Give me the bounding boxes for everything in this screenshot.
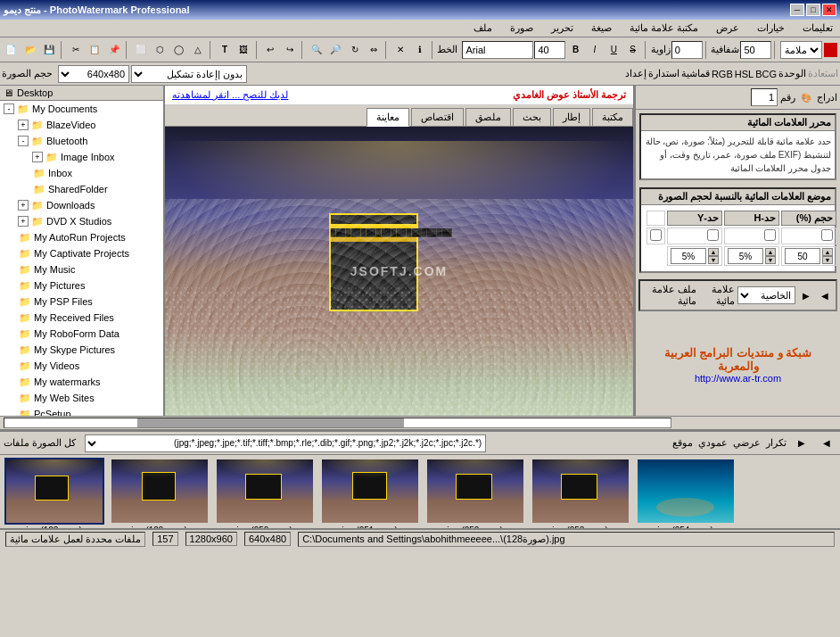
tree-item-myreceivedfiles[interactable]: 📁 My Received Files [0,310,163,326]
size-value-input[interactable] [785,248,820,264]
menu-view[interactable]: عرض [712,21,743,36]
cut-button[interactable]: ✂ [67,40,85,60]
shape1-button[interactable]: ⬜ [132,40,150,60]
shape4-button[interactable]: △ [189,40,207,60]
size-select[interactable]: 640x480 [58,65,129,83]
thumb-item-4[interactable]: (صورة252).jpg [424,458,526,528]
size-down-btn[interactable]: ▼ [822,256,833,264]
shape2-button[interactable]: ⬡ [151,40,169,60]
menu-image[interactable]: صورة [506,21,537,36]
tab-crop[interactable]: اقتصاص [411,108,464,126]
font-size-input[interactable] [534,41,565,59]
thumb-item-6[interactable]: (صورة254).jpg [634,458,737,528]
menu-file[interactable]: ملف [470,21,496,36]
tree-item-autorun[interactable]: 📁 My AutoRun Projects [0,229,163,245]
size-up-btn[interactable]: ▲ [822,248,833,256]
img-btn[interactable]: 🖼 [235,40,252,60]
tree-item-imageinbox[interactable]: + 📁 Image Inbox [0,149,163,165]
size-checkbox3[interactable] [707,229,719,241]
thumb-filter-select[interactable]: (*.jpg;*.jpeg;*.jpe;*.tif;*.tiff;*.bmp;*… [85,434,486,452]
tree-item-mymusic[interactable]: 📁 My Music [0,261,163,277]
menu-library[interactable]: مكتبة علامة مائية [626,21,702,36]
thumb-item-1[interactable]: (صورة129).jpg [108,458,210,528]
expand-imageinbox[interactable]: + [32,152,43,162]
tree-item-inbox[interactable]: 📁 Inbox [0,165,163,181]
hmax-up-btn[interactable]: ▲ [708,248,719,256]
thumb-item-2[interactable]: (صورة250).jpg [213,458,316,528]
thumb-nav-left[interactable]: ◀ [817,434,836,453]
tree-item-downloads[interactable]: + 📁 Downloads [0,197,163,213]
undo-button[interactable]: ↩ [261,40,279,60]
copy-button[interactable]: 📋 [86,40,103,60]
thumb-item-3[interactable]: (صورة251).jpg [318,458,421,528]
rotate-button[interactable]: ↻ [346,40,364,60]
expand-dvdx[interactable]: + [18,216,29,227]
underline-button[interactable]: U [605,40,622,60]
menu-format[interactable]: صيغة [588,21,615,36]
hmax-down-btn[interactable]: ▼ [708,256,719,264]
tree-item-blazevideo[interactable]: + 📁 BlazeVideo [0,117,163,133]
expand-bluetooth[interactable]: - [18,136,29,146]
tree-item-myvideos[interactable]: 📁 My Videos [0,358,163,374]
zoom-out-button[interactable]: 🔎 [326,40,344,60]
menu-edit[interactable]: تحرير [548,21,577,36]
wm-custom-select[interactable]: الخاصية [737,286,795,304]
vmax-up-btn[interactable]: ▲ [765,248,776,256]
tree-item-mypictures[interactable]: 📁 My Pictures [0,277,163,294]
text-button[interactable]: T [216,40,234,60]
vmax-input[interactable] [728,248,763,264]
tree-item-mywatermarks[interactable]: 📁 My watermarks [0,374,163,390]
transparency-input[interactable] [740,41,771,59]
tree-item-myroboform[interactable]: 📁 My RoboForm Data [0,326,163,342]
expand-blazevideo[interactable]: + [18,120,29,130]
new-button[interactable]: 📄 [2,40,20,60]
tree-item-mypsp[interactable]: 📁 My PSP Files [0,294,163,310]
tab-library[interactable]: مكتبة [592,108,633,126]
wm-file-btn2[interactable]: ▶ [798,285,814,305]
font-name-input[interactable] [462,41,533,59]
delete-button[interactable]: ✕ [391,40,409,60]
banner-link[interactable]: لديك للنصح ... انقر لمشاهدته [172,89,288,101]
save-button[interactable]: 💾 [40,40,58,60]
size-checkbox2[interactable] [764,229,776,241]
flip-button[interactable]: ⇔ [365,40,383,60]
tree-item-captivate[interactable]: 📁 My Captivate Projects [0,245,163,261]
strikethrough-button[interactable]: S [624,40,642,60]
color-swatch[interactable]: 🎨 [798,89,814,105]
zoom-in-button[interactable]: 🔍 [308,40,325,60]
minimize-button[interactable]: ─ [790,4,804,16]
info-button[interactable]: ℹ [410,40,428,60]
tab-sticker[interactable]: ملصق [465,108,511,126]
open-button[interactable]: 📂 [21,40,38,60]
tree-item-mywebsites[interactable]: 📁 My Web Sites [0,390,163,406]
tree-item-mydocs[interactable]: - 📁 My Documents [0,101,163,117]
thumb-nav-right[interactable]: ▶ [792,434,811,453]
size-checkbox4[interactable] [650,229,662,241]
hmax-input[interactable] [671,248,706,264]
size-checkbox1[interactable] [821,229,833,241]
maximize-button[interactable]: □ [806,4,820,16]
redo-button[interactable]: ↪ [281,40,299,60]
thumb-item-5[interactable]: (صورة253).jpg [529,458,631,528]
tag-select[interactable]: ملامة [780,41,822,59]
tab-preview[interactable]: معاينة [366,108,409,127]
paste-button[interactable]: 📌 [105,40,123,60]
close-button[interactable]: ✕ [822,4,836,16]
tree-item-bluetooth[interactable]: - 📁 Bluetooth [0,133,163,149]
menu-help[interactable]: تعليمات [799,21,836,36]
shape3-button[interactable]: ◯ [169,40,187,60]
tab-search[interactable]: بحث [513,108,551,126]
expand-downloads[interactable]: + [18,200,29,211]
tree-item-myskypepictures[interactable]: 📁 My Skype Pictures [0,342,163,358]
logo-url[interactable]: http://www.ar-tr.com [648,373,828,384]
angle-input[interactable] [671,41,703,59]
expand-mydocs[interactable]: - [4,103,14,114]
menu-options[interactable]: خيارات [754,21,788,36]
tree-item-dvdx[interactable]: + 📁 DVD X Studios [0,213,163,229]
thumb-item-0[interactable]: (صورة128).jpg [3,458,105,528]
tab-frame[interactable]: إطار [553,108,590,126]
resize-select[interactable]: بدون |إعادة تشكيل [131,65,247,83]
wm-file-btn1[interactable]: ◀ [817,285,833,305]
tree-item-pcsetup[interactable]: 📁 PcSetup [0,406,163,416]
italic-button[interactable]: I [586,40,604,60]
